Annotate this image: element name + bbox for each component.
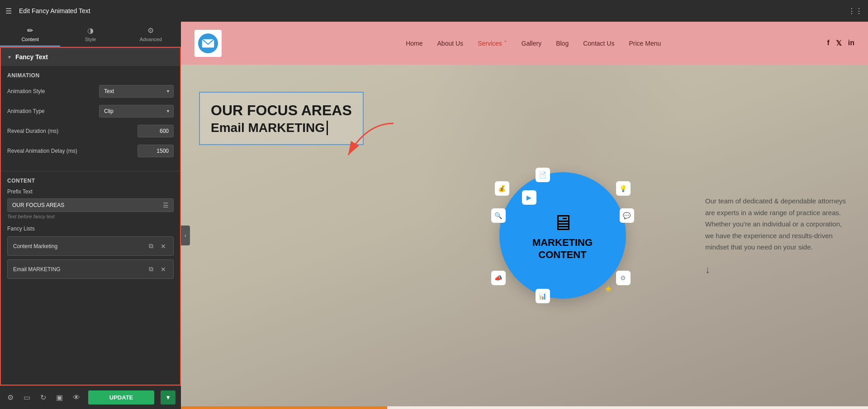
mega-icon-float: 📣: [491, 271, 506, 285]
preview-area: Home About Us Services ˅ Gallery Blog Co…: [181, 22, 868, 409]
content-group-label: Content: [7, 178, 174, 184]
content-section: Content Prefix Text ☰ Text before fancy …: [1, 171, 180, 289]
pencil-icon: ✏: [27, 26, 33, 35]
nav-services[interactable]: Services ˅: [478, 40, 507, 47]
animation-section: Animation Animation Style Text Typing Sl…: [1, 66, 180, 171]
nav-about[interactable]: About Us: [437, 40, 464, 47]
update-button[interactable]: UPDATE: [88, 390, 154, 404]
panel-collapse-button[interactable]: ‹: [181, 226, 190, 245]
animation-style-select-wrapper: Text Typing Slide: [99, 85, 174, 98]
fancy-text-section-header[interactable]: ▼ Fancy Text: [1, 48, 180, 66]
prefix-label: Prefix Text: [7, 188, 174, 195]
tab-advanced[interactable]: ⚙ Advanced: [121, 22, 181, 47]
hero-right-content: Our team of dedicated & dependable attor…: [705, 195, 850, 276]
prefix-text-input[interactable]: [12, 202, 163, 208]
animation-type-select-wrapper: Clip Fade Slide: [99, 105, 174, 118]
linkedin-icon[interactable]: in: [848, 39, 854, 47]
mag-icon-float: 🔍: [491, 208, 506, 223]
focus-title: OUR FOCUS AREAS: [211, 102, 352, 119]
tab-content[interactable]: ✏ Content: [0, 22, 60, 47]
chevron-down-icon: ▼: [7, 55, 12, 60]
doc-icon-float: 📄: [536, 168, 550, 182]
star-icon-float: ★: [604, 283, 612, 294]
tab-style[interactable]: ◑ Style: [60, 22, 120, 47]
play-icon-float: ▶: [522, 190, 536, 205]
fancy-item-1: Email MARKETING ⧉ ✕: [7, 259, 174, 279]
bulb-icon-float: 💡: [616, 181, 631, 196]
top-bar-title: Edit Fancy Animated Text: [19, 7, 841, 14]
content-body: OUR FOCUS AREAS Email MARKETING 📄 💡: [181, 65, 868, 406]
hero-right-text: Our team of dedicated & dependable attor…: [705, 195, 850, 253]
layers-button[interactable]: ▭: [22, 391, 32, 404]
bottom-indicator: [181, 406, 868, 409]
fancy-item-1-delete-button[interactable]: ✕: [159, 265, 168, 274]
left-panel: ✏ Content ◑ Style ⚙ Advanced ▼ Fancy Tex…: [0, 22, 181, 409]
animation-group-label: Animation: [7, 72, 174, 79]
reveal-duration-label: Reveal Duration (ms): [7, 128, 138, 134]
fancy-item-1-copy-button[interactable]: ⧉: [147, 264, 155, 274]
nav-blog[interactable]: Blog: [556, 40, 569, 47]
site-logo: [194, 30, 222, 57]
chat-icon-float: 💬: [620, 208, 634, 223]
reveal-duration-input[interactable]: [138, 125, 174, 137]
services-chevron-icon: ˅: [504, 40, 507, 47]
bottom-toolbar: ⚙ ▭ ↻ ▣ 👁 UPDATE ▼: [0, 385, 181, 409]
fancy-item-0-delete-button[interactable]: ✕: [159, 242, 168, 251]
hero-left-content: OUR FOCUS AREAS Email MARKETING: [181, 65, 389, 406]
responsive-button[interactable]: ▣: [54, 391, 65, 404]
reveal-duration-row: Reveal Duration (ms): [7, 125, 174, 137]
panel-content: ▼ Fancy Text Animation Animation Style T…: [0, 47, 181, 385]
nav-links: Home About Us Services ˅ Gallery Blog Co…: [240, 40, 827, 47]
reveal-delay-row: Reveal Animation Delay (ms): [7, 145, 174, 157]
nav-price-menu[interactable]: Price Menu: [629, 40, 661, 47]
fancy-item-0-text: Content Marketing: [13, 243, 143, 249]
twitter-icon[interactable]: 𝕏: [836, 39, 842, 47]
nav-contact[interactable]: Contact Us: [583, 40, 614, 47]
section-title: Fancy Text: [15, 53, 48, 61]
marketing-line1: MARKETING: [532, 237, 593, 249]
grid-icon[interactable]: ⋮⋮: [848, 7, 863, 15]
nav-home[interactable]: Home: [406, 40, 422, 47]
animation-style-select[interactable]: Text Typing Slide: [99, 85, 174, 98]
reveal-delay-label: Reveal Animation Delay (ms): [7, 148, 138, 154]
tab-advanced-label: Advanced: [140, 37, 162, 42]
marketing-circle: 📄 💡 💬 ⚙ 📊 📣: [499, 172, 626, 299]
animation-style-row: Animation Style Text Typing Slide: [7, 85, 174, 98]
tab-content-label: Content: [21, 37, 39, 42]
text-cursor: [327, 121, 328, 135]
marketing-content-display: 🖥 MARKETING CONTENT: [532, 210, 593, 261]
fancy-item-0-copy-button[interactable]: ⧉: [147, 241, 155, 251]
fancy-item-0: Content Marketing ⧉ ✕: [7, 236, 174, 256]
down-arrow-icon: ↓: [705, 264, 850, 276]
monitor-icon: 🖥: [532, 210, 593, 235]
chart-icon-float: 📊: [536, 289, 550, 303]
tab-style-label: Style: [85, 37, 96, 42]
marketing-line2: CONTENT: [532, 249, 593, 261]
animation-type-row: Animation Type Clip Fade Slide: [7, 105, 174, 118]
prefix-input-wrapper: ☰: [7, 198, 174, 212]
main-layout: ✏ Content ◑ Style ⚙ Advanced ▼ Fancy Tex…: [0, 22, 868, 409]
animation-style-label: Animation Style: [7, 88, 99, 94]
align-icon[interactable]: ☰: [163, 202, 169, 209]
hamburger-icon[interactable]: ☰: [5, 7, 12, 15]
animation-type-select[interactable]: Clip Fade Slide: [99, 105, 174, 118]
reveal-delay-input[interactable]: [138, 145, 174, 157]
settings-button[interactable]: ⚙: [5, 391, 15, 404]
coin-icon-float: 💰: [495, 181, 509, 196]
fancy-lists-label: Fancy Lists: [7, 226, 174, 232]
prefix-hint: Text before fancy text: [7, 214, 174, 219]
fancy-item-1-text: Email MARKETING: [13, 266, 143, 273]
preview-button[interactable]: 👁: [71, 392, 82, 404]
logo-icon: [198, 33, 218, 53]
gear-float-icon: ⚙: [616, 271, 631, 285]
top-bar: ☰ Edit Fancy Animated Text ⋮⋮: [0, 0, 868, 22]
focus-text-box: OUR FOCUS AREAS Email MARKETING: [199, 92, 364, 145]
nav-bar: Home About Us Services ˅ Gallery Blog Co…: [181, 22, 868, 65]
animation-type-label: Animation Type: [7, 108, 99, 114]
nav-social: f 𝕏 in: [827, 39, 854, 47]
gear-icon: ⚙: [147, 26, 154, 35]
facebook-icon[interactable]: f: [827, 39, 829, 47]
history-button[interactable]: ↻: [38, 391, 48, 404]
update-dropdown-button[interactable]: ▼: [161, 390, 175, 404]
nav-gallery[interactable]: Gallery: [522, 40, 541, 47]
